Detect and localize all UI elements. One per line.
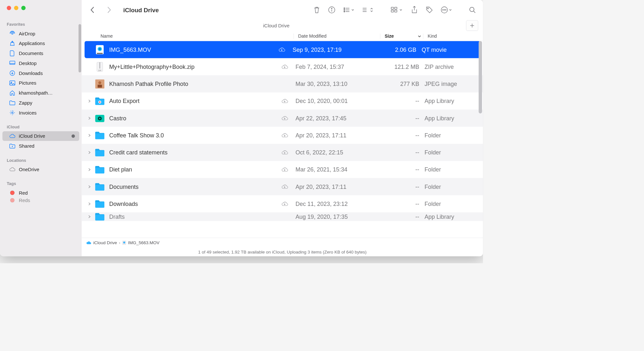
sidebar-item-downloads[interactable]: Downloads: [3, 68, 80, 78]
svg-point-6: [12, 146, 13, 147]
path-segment[interactable]: iCloud Drive: [93, 240, 117, 245]
file-date: Sep 9, 2023, 17:19: [293, 46, 379, 53]
fullscreen-window-button[interactable]: [21, 6, 26, 10]
svg-point-11: [344, 11, 345, 12]
file-row[interactable]: Diet plan Mar 26, 2021, 15:34 -- Folder: [82, 161, 483, 178]
disclosure-triangle[interactable]: [88, 99, 95, 103]
sidebar-item-tag-reds[interactable]: Reds: [3, 198, 80, 203]
svg-rect-42: [95, 202, 105, 208]
file-row[interactable]: ZIP My+Little+Photography+Book.zip Feb 7…: [82, 58, 483, 75]
quicktime-mini-icon: [122, 241, 126, 245]
disclosure-triangle[interactable]: [88, 168, 95, 171]
sidebar-item-airdrop[interactable]: AirDrop: [3, 29, 80, 38]
sidebar-item-tag-red[interactable]: Red: [3, 188, 80, 198]
cloud-download-icon[interactable]: [281, 201, 295, 207]
file-date: Mar 26, 2021, 15:34: [295, 166, 381, 173]
forward-button[interactable]: [105, 6, 113, 14]
file-size: 121.2 MB: [381, 63, 425, 70]
disclosure-triangle[interactable]: [88, 133, 95, 137]
file-row[interactable]: Auto Export Dec 10, 2020, 00:01 -- App L…: [82, 92, 483, 109]
cloud-download-icon[interactable]: [281, 64, 295, 69]
finder-window: Favorites AirDrop Applications Documents: [0, 0, 483, 256]
file-name: Castro: [109, 115, 281, 122]
app-folder-icon: [95, 96, 105, 106]
sidebar-item-pictures[interactable]: Pictures: [3, 78, 80, 88]
file-size: 2.06 GB: [379, 46, 422, 53]
folder-icon: [95, 164, 105, 175]
cloud-download-icon[interactable]: [281, 133, 295, 138]
cloud-download-icon[interactable]: [281, 98, 295, 104]
more-button[interactable]: [440, 6, 452, 14]
back-button[interactable]: [89, 6, 96, 14]
cloud-download-icon[interactable]: [281, 150, 295, 155]
svg-point-37: [99, 118, 101, 119]
file-size: --: [381, 213, 425, 220]
file-date: Apr 22, 2023, 17:45: [295, 115, 381, 122]
list-scrollbar[interactable]: [479, 41, 482, 114]
sidebar-item-label: Applications: [19, 41, 75, 46]
file-row[interactable]: Credit card statements Oct 6, 2022, 22:1…: [82, 144, 483, 161]
tag-dot-icon: [9, 198, 16, 203]
file-row[interactable]: Khamosh Pathak Profile Photo Mar 30, 202…: [82, 75, 483, 92]
svg-point-30: [98, 81, 101, 84]
file-kind: App Library: [425, 97, 483, 104]
column-name[interactable]: Name: [101, 33, 293, 39]
sidebar-item-icloud-drive[interactable]: iCloud Drive: [3, 131, 80, 141]
svg-rect-1: [10, 61, 15, 65]
svg-rect-12: [391, 7, 394, 9]
minimize-window-button[interactable]: [14, 6, 19, 10]
file-row[interactable]: Castro Apr 22, 2023, 17:45 -- App Librar…: [82, 110, 483, 127]
sidebar-item-label: Pictures: [19, 80, 75, 86]
file-kind: Folder: [425, 200, 483, 207]
sidebar-item-applications[interactable]: Applications: [3, 39, 80, 48]
sync-status-dot: [72, 134, 75, 138]
file-row[interactable]: Documents Apr 20, 2023, 17:11 -- Folder: [82, 178, 483, 195]
view-button[interactable]: [390, 6, 403, 14]
column-size[interactable]: Size: [380, 33, 423, 39]
sidebar-item-shared[interactable]: Shared: [3, 141, 80, 151]
cloud-download-icon[interactable]: [278, 47, 293, 52]
disclosure-triangle[interactable]: [88, 151, 95, 154]
file-row[interactable]: Drafts Aug 19, 2020, 17:35 -- App Librar…: [82, 212, 483, 221]
add-folder-button[interactable]: [466, 20, 478, 31]
sidebar-item-onedrive[interactable]: OneDrive: [3, 165, 80, 174]
svg-rect-27: [99, 62, 100, 69]
home-icon: [9, 90, 16, 96]
cloud-download-icon[interactable]: [281, 167, 295, 172]
sidebar-item-zappy[interactable]: Zappy: [3, 98, 80, 108]
sidebar-item-label: AirDrop: [19, 31, 75, 36]
share-button[interactable]: [410, 6, 418, 14]
sidebar-section-icloud: iCloud: [0, 122, 82, 131]
info-button[interactable]: [328, 6, 336, 14]
file-row[interactable]: IMG_5663.MOV Sep 9, 2023, 17:19 2.06 GB …: [85, 41, 480, 58]
column-kind[interactable]: Kind: [423, 33, 483, 39]
sidebar-item-home[interactable]: khamoshpath…: [3, 88, 80, 98]
disclosure-triangle[interactable]: [88, 116, 95, 120]
disclosure-triangle[interactable]: [88, 202, 95, 206]
sidebar-item-documents[interactable]: Documents: [3, 49, 80, 58]
file-kind: ZIP archive: [425, 63, 483, 70]
column-date[interactable]: Date Modified: [293, 33, 380, 39]
file-row[interactable]: Downloads Dec 11, 2023, 23:12 -- Folder: [82, 195, 483, 212]
sidebar-item-label: Desktop: [19, 60, 75, 66]
path-segment[interactable]: IMG_5663.MOV: [128, 240, 160, 245]
jpeg-icon: [95, 79, 105, 89]
disclosure-triangle[interactable]: [88, 185, 95, 189]
path-bar: iCloud Drive › IMG_5663.MOV: [82, 238, 483, 248]
sidebar-item-label: Zappy: [19, 100, 75, 106]
trash-button[interactable]: [313, 6, 321, 14]
sort-button[interactable]: [362, 6, 373, 14]
file-name: Drafts: [109, 213, 281, 220]
group-button[interactable]: [343, 6, 354, 14]
zip-icon: ZIP: [95, 62, 105, 72]
tags-button[interactable]: [426, 6, 433, 14]
sidebar-scrollbar[interactable]: [79, 24, 81, 72]
disclosure-triangle[interactable]: [88, 215, 95, 219]
cloud-download-icon[interactable]: [281, 115, 295, 121]
cloud-download-icon[interactable]: [281, 184, 295, 189]
close-window-button[interactable]: [7, 6, 11, 10]
search-button[interactable]: [468, 6, 476, 14]
file-row[interactable]: Coffee Talk Show 3.0 Apr 20, 2023, 17:11…: [82, 127, 483, 144]
sidebar-item-desktop[interactable]: Desktop: [3, 59, 80, 68]
sidebar-item-invoices[interactable]: Invoices: [3, 108, 80, 117]
